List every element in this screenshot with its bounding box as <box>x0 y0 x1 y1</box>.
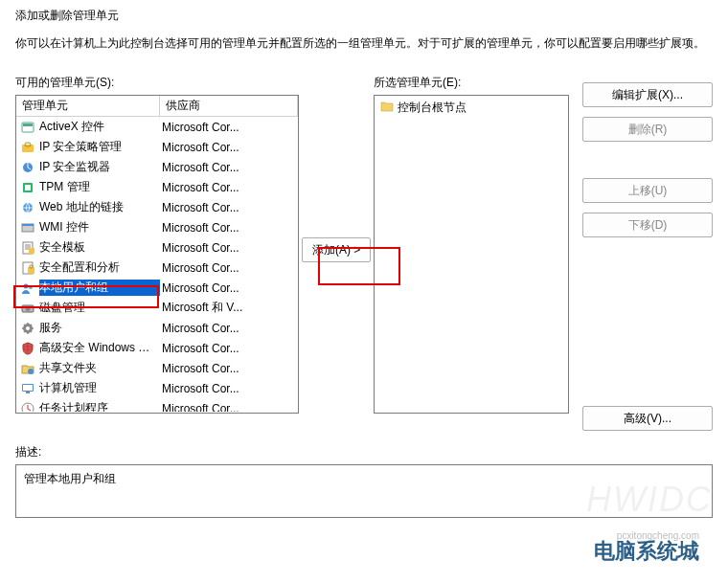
item-name: 安全配置和分析 <box>39 259 160 276</box>
tpm-icon <box>20 180 35 195</box>
item-vendor: Microsoft Cor... <box>160 141 298 154</box>
available-column: 可用的管理单元(S): 管理单元 供应商 ActiveX 控件Microsoft… <box>15 75 299 414</box>
selected-column: 所选管理单元(E): 控制台根节点 <box>374 75 569 414</box>
sectmpl-icon <box>20 240 35 256</box>
list-item[interactable]: IP 安全策略管理Microsoft Cor... <box>16 137 298 157</box>
svg-point-15 <box>24 283 29 288</box>
item-name: IP 安全监视器 <box>39 159 160 175</box>
header-name[interactable]: 管理单元 <box>16 96 160 116</box>
svg-point-16 <box>29 285 33 289</box>
move-down-button[interactable]: 下移(D) <box>582 213 713 237</box>
list-item[interactable]: ActiveX 控件Microsoft Cor... <box>16 117 298 137</box>
activex-icon <box>20 120 35 135</box>
add-button[interactable]: 添加(A) > <box>302 237 371 262</box>
add-button-wrap: 添加(A) > <box>302 237 371 262</box>
folder-icon <box>380 101 394 115</box>
svg-point-20 <box>26 326 30 330</box>
dialog-window: 添加或删除管理单元 你可以在计算机上为此控制台选择可用的管理单元并配置所选的一组… <box>0 0 728 583</box>
item-name: 磁盘管理 <box>39 300 160 316</box>
lusrmgr-icon <box>20 280 35 296</box>
item-vendor: Microsoft Cor... <box>160 402 298 413</box>
list-item[interactable]: IP 安全监视器Microsoft Cor... <box>16 157 298 177</box>
item-name: TPM 管理 <box>39 179 160 195</box>
wmi-icon <box>20 220 35 235</box>
tasksched-icon <box>20 401 35 413</box>
item-vendor: Microsoft Cor... <box>160 362 298 375</box>
selected-label: 所选管理单元(E): <box>374 75 569 91</box>
advanced-button[interactable]: 高级(V)... <box>582 406 713 431</box>
diskmgr-icon <box>20 301 35 316</box>
weblink-icon <box>20 200 35 215</box>
remove-button[interactable]: 删除(R) <box>582 117 713 142</box>
list-item[interactable]: Web 地址的链接Microsoft Cor... <box>16 197 298 217</box>
shared-icon <box>20 361 35 376</box>
item-name: Web 地址的链接 <box>39 199 160 215</box>
item-vendor: Microsoft Cor... <box>160 121 298 134</box>
svg-point-18 <box>26 306 31 311</box>
actions-column: 编辑扩展(X)... 删除(R) 上移(U) 下移(D) 高级(V)... <box>582 75 713 431</box>
item-vendor: Microsoft Cor... <box>160 261 298 275</box>
brand-text: 电脑系统城 <box>594 537 699 566</box>
svg-rect-24 <box>26 392 30 393</box>
svg-rect-6 <box>25 185 31 191</box>
list-item[interactable]: 安全配置和分析Microsoft Cor... <box>16 258 298 278</box>
brand-sub-text: pcxitongcheng.com <box>617 530 699 541</box>
item-vendor: Microsoft Cor... <box>160 181 298 194</box>
list-item[interactable]: 共享文件夹Microsoft Cor... <box>16 358 298 378</box>
list-item[interactable]: 磁盘管理Microsoft 和 V... <box>16 298 298 318</box>
svg-rect-11 <box>29 248 34 254</box>
list-header[interactable]: 管理单元 供应商 <box>16 96 298 117</box>
list-body[interactable]: ActiveX 控件Microsoft Cor...IP 安全策略管理Micro… <box>16 117 298 412</box>
item-vendor: Microsoft Cor... <box>160 322 298 335</box>
list-item[interactable]: 本地用户和组Microsoft Cor... <box>16 278 298 298</box>
item-name: 共享文件夹 <box>39 360 160 376</box>
item-name: WMI 控件 <box>39 219 160 235</box>
main-columns: 可用的管理单元(S): 管理单元 供应商 ActiveX 控件Microsoft… <box>15 75 713 431</box>
item-vendor: Microsoft Cor... <box>160 281 298 295</box>
edit-extensions-button[interactable]: 编辑扩展(X)... <box>582 82 713 107</box>
svg-point-21 <box>28 369 34 374</box>
item-name: 任务计划程序 <box>39 400 160 412</box>
ipsec-icon <box>20 140 35 155</box>
list-item[interactable]: 任务计划程序Microsoft Cor... <box>16 398 298 412</box>
item-name: 计算机管理 <box>39 380 160 396</box>
firewall-icon <box>20 341 35 356</box>
list-item[interactable]: WMI 控件Microsoft Cor... <box>16 217 298 237</box>
description-box: 管理本地用户和组 <box>15 464 713 518</box>
secconf-icon <box>20 260 35 276</box>
list-item[interactable]: TPM 管理Microsoft Cor... <box>16 177 298 197</box>
item-name: IP 安全策略管理 <box>39 139 160 155</box>
dialog-intro: 你可以在计算机上为此控制台选择可用的管理单元并配置所选的一组管理单元。对于可扩展… <box>15 35 713 52</box>
middle-column: 添加(A) > <box>299 75 374 262</box>
list-item[interactable]: 高级安全 Windows De...Microsoft Cor... <box>16 338 298 358</box>
item-vendor: Microsoft Cor... <box>160 161 298 174</box>
svg-rect-2 <box>22 145 34 152</box>
list-item[interactable]: 计算机管理Microsoft Cor... <box>16 378 298 398</box>
item-name: 服务 <box>39 320 160 336</box>
console-root-label: 控制台根节点 <box>398 100 466 116</box>
list-item[interactable]: 安全模板Microsoft Cor... <box>16 237 298 258</box>
svg-rect-1 <box>23 123 33 126</box>
item-vendor: Microsoft Cor... <box>160 241 298 255</box>
description-section: 描述: 管理本地用户和组 <box>15 444 713 518</box>
item-vendor: Microsoft Cor... <box>160 382 298 395</box>
item-vendor: Microsoft Cor... <box>160 201 298 214</box>
list-item[interactable]: 服务Microsoft Cor... <box>16 318 298 338</box>
item-vendor: Microsoft Cor... <box>160 342 298 355</box>
item-name: 高级安全 Windows De... <box>39 340 160 356</box>
item-name: 安全模板 <box>39 239 160 256</box>
selected-tree[interactable]: 控制台根节点 <box>374 95 569 414</box>
compmgmt-icon <box>20 381 35 396</box>
move-up-button[interactable]: 上移(U) <box>582 178 713 203</box>
item-vendor: Microsoft 和 V... <box>160 300 298 316</box>
header-vendor[interactable]: 供应商 <box>160 96 298 116</box>
item-name: ActiveX 控件 <box>39 119 160 135</box>
description-label: 描述: <box>15 444 713 460</box>
available-list[interactable]: 管理单元 供应商 ActiveX 控件Microsoft Cor...IP 安全… <box>15 95 299 414</box>
available-label: 可用的管理单元(S): <box>15 75 299 91</box>
ipmon-icon <box>20 160 35 175</box>
item-vendor: Microsoft Cor... <box>160 221 298 235</box>
item-name: 本地用户和组 <box>39 280 160 296</box>
console-root-node[interactable]: 控制台根节点 <box>380 100 562 116</box>
description-text: 管理本地用户和组 <box>24 472 116 485</box>
